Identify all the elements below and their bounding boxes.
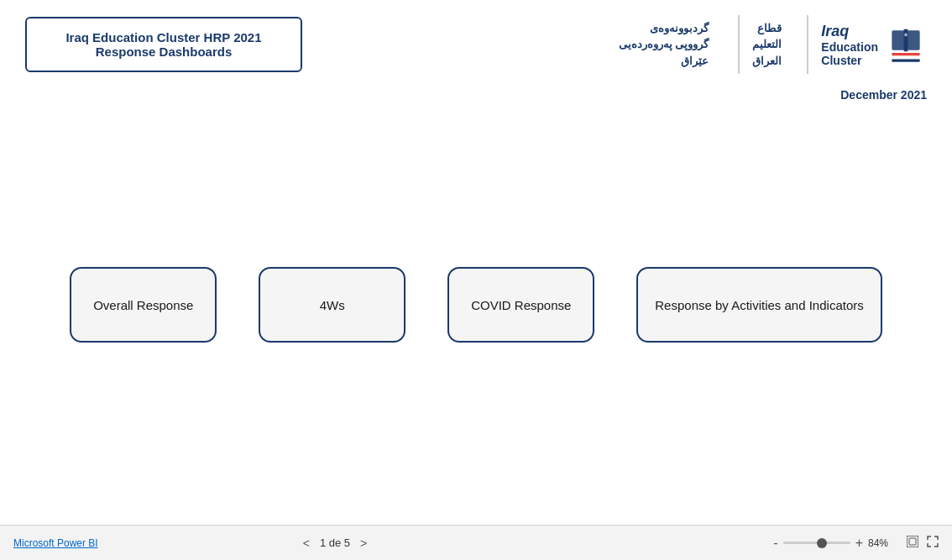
nav-button-label-4ws: 4Ws (320, 296, 345, 314)
nav-button-response-activities[interactable]: Response by Activities and Indicators (636, 267, 881, 343)
arabic-line1: گردبوونەوەی (619, 20, 709, 37)
logo-text-area: Iraq Education Cluster (821, 23, 927, 67)
pagination-area: < 1 de 5 > (300, 535, 371, 552)
header: Iraq Education Cluster HRP 2021 Response… (0, 0, 952, 82)
logo-iraq: Iraq (821, 23, 878, 40)
zoom-slider-track[interactable] (783, 542, 850, 544)
page-prev-button[interactable]: < (300, 535, 313, 552)
zoom-slider-thumb (817, 538, 827, 548)
main-area: Iraq Education Cluster HRP 2021 Response… (0, 0, 952, 525)
logo-education: Education (821, 40, 878, 54)
logo-cluster: Cluster (821, 54, 878, 67)
zoom-percent: 84% (868, 537, 895, 549)
logo-area: Iraq Education Cluster (821, 23, 927, 67)
svg-rect-3 (892, 53, 919, 55)
divider-v1 (738, 15, 740, 74)
bottom-bar: Microsoft Power BI < 1 de 5 > - + 84% (0, 525, 952, 560)
header-right: گردبوونەوەی گرووپی پەروەردەیی عێراق قطاع… (619, 15, 927, 74)
arabic2-line2: التعليم (752, 36, 782, 53)
svg-rect-8 (909, 538, 916, 545)
svg-rect-1 (908, 30, 920, 50)
zoom-minus-button[interactable]: - (773, 536, 777, 551)
expand-button[interactable] (927, 536, 939, 551)
title-line1: Iraq Education Cluster HRP 2021 (44, 30, 284, 44)
svg-rect-4 (892, 56, 919, 59)
svg-rect-7 (907, 536, 918, 547)
book-icon (885, 24, 927, 65)
arabic-line3: عێراق (619, 53, 709, 70)
arabic-text2: قطاع التعليم العراق (752, 20, 782, 70)
logo-text: Iraq Education Cluster (821, 23, 878, 67)
svg-rect-5 (892, 60, 919, 62)
fullscreen-button[interactable] (907, 536, 918, 551)
page-info: 1 de 5 (320, 536, 350, 549)
arabic-text1: گردبوونەوەی گرووپی پەروەردەیی عێراق (619, 20, 709, 70)
zoom-plus-button[interactable]: + (855, 536, 863, 551)
powerbi-link[interactable]: Microsoft Power BI (13, 537, 98, 549)
expand-icon (927, 536, 939, 547)
divider-v2 (807, 15, 808, 74)
arabic-line2: گرووپی پەروەردەیی (619, 36, 709, 53)
title-line2: Response Dashboards (44, 44, 284, 59)
header-title-box: Iraq Education Cluster HRP 2021 Response… (25, 17, 302, 72)
nav-button-label-covid-response: COVID Response (471, 296, 571, 314)
nav-button-4ws[interactable]: 4Ws (259, 267, 405, 343)
nav-button-label-overall-response: Overall Response (93, 296, 193, 314)
nav-button-covid-response[interactable]: COVID Response (447, 267, 594, 343)
svg-rect-0 (892, 30, 904, 50)
zoom-area: - + 84% (773, 536, 939, 551)
arabic2-line3: العراق (752, 53, 782, 70)
fullscreen-icon (907, 536, 918, 547)
arabic2-line1: قطاع (752, 20, 782, 37)
nav-buttons-area: Overall Response 4Ws COVID Response Resp… (0, 85, 952, 525)
nav-button-label-response-activities: Response by Activities and Indicators (655, 296, 863, 314)
page-next-button[interactable]: > (357, 535, 370, 552)
nav-button-overall-response[interactable]: Overall Response (70, 267, 217, 343)
